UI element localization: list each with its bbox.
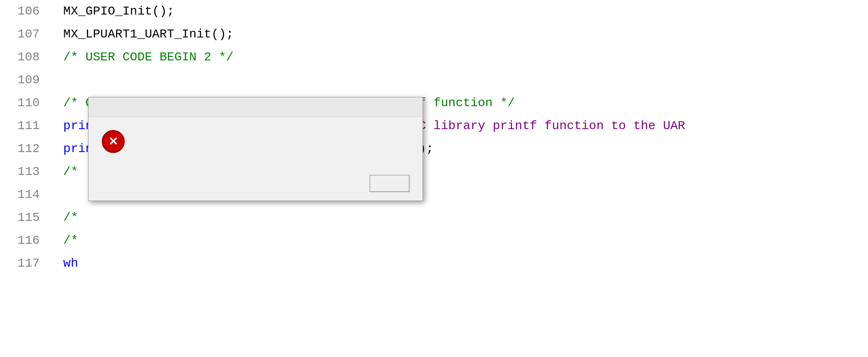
dialog-message-row [102,130,409,153]
line-number: 113 [0,160,48,183]
code-line: 115 /* [0,206,868,229]
close-button[interactable] [403,101,415,113]
ok-button[interactable] [370,175,409,192]
line-content: /* USER CODE BEGIN 2 */ [48,46,868,69]
code-line: 109 [0,69,868,92]
error-dialog[interactable] [88,97,423,201]
line-number: 117 [0,252,48,275]
code-line: 116 /* [0,229,868,252]
code-token: wh [63,257,78,270]
code-token [48,142,63,156]
line-content: wh [48,252,868,275]
code-line: 117 wh [0,252,868,275]
line-content: MX_GPIO_Init(); [48,0,868,23]
code-editor: 106 MX_GPIO_Init();107 MX_LPUART1_UART_I… [0,0,868,357]
line-number: 116 [0,229,48,252]
dialog-footer [89,171,423,201]
line-content: /* [48,206,868,229]
code-line: 108 /* USER CODE BEGIN 2 */ [0,46,868,69]
code-token [48,257,63,270]
code-line: 107 MX_LPUART1_UART_Init(); [0,23,868,46]
code-token: MX_LPUART1_UART_Init(); [48,27,234,41]
line-number: 106 [0,0,48,23]
code-line: 106 MX_GPIO_Init(); [0,0,868,23]
line-number: 108 [0,46,48,69]
line-number: 115 [0,206,48,229]
line-number: 109 [0,69,48,92]
line-number: 114 [0,183,48,206]
dialog-body [89,117,423,171]
line-number: 107 [0,23,48,46]
dialog-path [134,136,409,147]
code-token: /* [48,234,78,247]
dialog-text-block [134,130,409,147]
error-icon [102,130,125,153]
line-content: /* [48,229,868,252]
code-token: /* [48,165,78,178]
code-token [48,119,63,133]
dialog-titlebar [89,97,423,117]
line-content: MX_LPUART1_UART_Init(); [48,23,868,46]
code-token: /* [48,211,78,224]
code-token: MX_GPIO_Init(); [48,4,174,18]
line-number: 110 [0,92,48,115]
line-number: 111 [0,115,48,138]
code-token: /* USER CODE BEGIN 2 */ [48,50,234,64]
line-number: 112 [0,138,48,160]
